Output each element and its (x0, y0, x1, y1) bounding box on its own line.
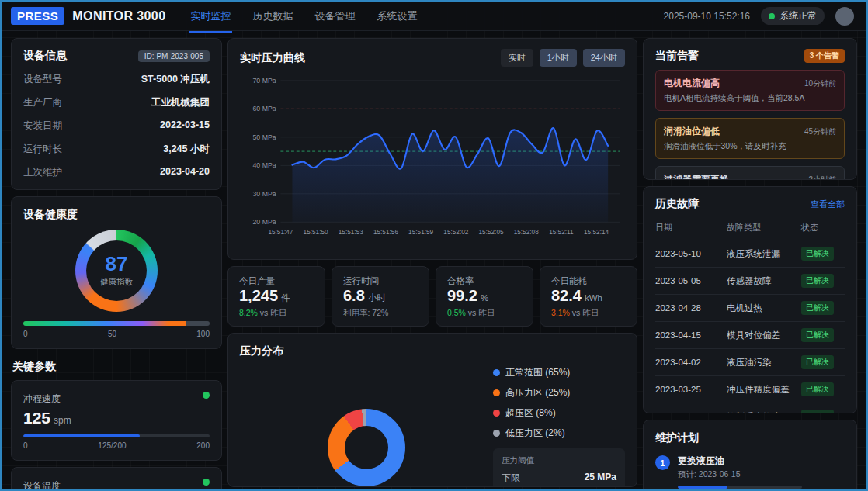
health-card: 设备健康度 87 健康指数 050100 (11, 196, 222, 349)
info-label: 上次维护 (23, 166, 62, 179)
nav-item-3[interactable]: 系统设置 (377, 9, 417, 23)
history-header-row: 日期故障类型状态 (655, 219, 845, 240)
x-axis-label: 15:52:02 (443, 228, 468, 236)
history-status-badge: 已解决 (801, 410, 834, 413)
left-column: 设备信息 ID: PM-2023-005 设备型号 ST-5000 冲压机 生产… (11, 38, 222, 491)
history-row[interactable]: 2023-05-05 传感器故障 已解决 (655, 268, 845, 295)
distribution-title: 压力分布 (240, 344, 283, 357)
health-gauge-wrap: 87 健康指数 (23, 230, 210, 312)
history-status-badge: 已解决 (801, 328, 834, 342)
x-axis-label: 15:51:56 (373, 228, 398, 236)
history-row[interactable]: 2023-04-02 液压油污染 已解决 (655, 349, 845, 376)
key-params-title: 关键参数 (12, 360, 220, 374)
distribution-right: 正常范围 (65%) 高压力区 (25%) 超压区 (8%) 低压力区 (2%)… (493, 366, 625, 487)
health-gradient-bar (23, 321, 210, 326)
health-label: 健康指数 (100, 277, 133, 288)
stat-card: 运行时间 6.8小时 利用率: 72% (332, 266, 429, 327)
history-status-badge: 已解决 (801, 355, 834, 369)
legend-label: 超压区 (8%) (505, 406, 556, 420)
alert-description: 润滑油液位低于30%，请及时补充 (664, 141, 836, 152)
health-scale-tick: 0 (23, 330, 28, 338)
y-axis-label: 50 MPa (253, 133, 276, 141)
info-value: ST-5000 冲压机 (141, 73, 210, 86)
alert-title: 电机电流偏高 (664, 77, 720, 90)
history-column: 日期 (655, 222, 727, 233)
history-row[interactable]: 2023-04-28 电机过热 已解决 (655, 295, 845, 322)
alert-item[interactable]: 过滤器需要更换 2小时前 液压油过滤器已达到使用寿命 (655, 166, 845, 180)
range-button-0[interactable]: 实时 (501, 49, 533, 67)
range-button-1[interactable]: 1小时 (540, 49, 577, 67)
info-label: 安装日期 (23, 119, 62, 133)
legend-label: 低压力区 (2%) (505, 427, 565, 440)
param-min: 0 (23, 441, 28, 450)
alert-time: 2小时前 (808, 175, 836, 180)
clock: 2025-09-10 15:52:16 (664, 11, 750, 22)
stat-subtext: 8.2% vs 昨日 (239, 308, 314, 319)
legend-dot-icon (493, 410, 500, 417)
app-root: PRESS MONITOR 3000 实时监控历史数据设备管理系统设置 2025… (2, 2, 866, 491)
stat-label: 今日产量 (239, 275, 314, 287)
history-row[interactable]: 2023-03-10 控制系统故障 已解决 (655, 403, 845, 413)
history-row[interactable]: 2023-04-15 模具对位偏差 已解决 (655, 322, 845, 349)
key-params-list: 冲程速度 125spm 0 125/200 200 设备温度 42°C 0 42… (11, 380, 222, 491)
pressure-donut-chart (328, 409, 405, 486)
view-all-link[interactable]: 查看全部 (811, 199, 845, 210)
app-title: MONITOR 3000 (72, 9, 165, 23)
stat-value: 1,245件 (239, 287, 314, 305)
pressure-chart-card: 实时压力曲线 实时1小时24小时 70 MPa60 MPa50 MPa40 MP… (227, 38, 637, 260)
avatar[interactable] (835, 7, 854, 26)
donut-zone (240, 366, 493, 487)
y-axis-label: 70 MPa (253, 77, 276, 85)
nav-item-0[interactable]: 实时监控 (190, 9, 231, 23)
history-column: 故障类型 (727, 222, 801, 233)
history-date: 2023-05-10 (655, 249, 727, 258)
threshold-title: 压力阈值 (502, 455, 616, 466)
health-title: 设备健康度 (23, 208, 78, 220)
device-info-row: 设备型号 ST-5000 冲压机 (23, 73, 210, 86)
alert-item[interactable]: 润滑油位偏低 45分钟前 润滑油液位低于30%，请及时补充 (655, 118, 845, 159)
stat-card: 今日产量 1,245件 8.2% vs 昨日 (227, 266, 325, 327)
health-gauge-center: 87 健康指数 (75, 230, 158, 312)
alerts-card: 当前告警 3 个告警 电机电流偏高 10分钟前 电机A相电流持续高于阈值，当前2… (643, 38, 857, 180)
time-range-buttons: 实时1小时24小时 (501, 49, 625, 67)
maintenance-item[interactable]: 1 更换液压油 预计: 2023-06-15 (655, 455, 845, 489)
health-scale: 050100 (23, 330, 210, 338)
history-row[interactable]: 2023-05-10 液压系统泄漏 已解决 (655, 240, 845, 268)
info-value: 2022-03-15 (160, 119, 210, 133)
x-axis-label: 15:51:50 (304, 228, 328, 236)
history-type: 传感器故障 (727, 275, 801, 287)
param-mid: 125/200 (98, 441, 126, 450)
device-info-row: 运行时长 3,245 小时 (23, 143, 210, 156)
legend-item: 正常范围 (65%) (493, 366, 625, 379)
maintenance-item-due: 预计: 2023-06-15 (678, 469, 802, 480)
health-scale-tick: 100 (196, 330, 210, 338)
health-gauge: 87 健康指数 (75, 230, 158, 312)
legend-item: 高压力区 (25%) (493, 386, 625, 399)
y-axis-label: 60 MPa (253, 105, 276, 112)
alert-time: 10分钟前 (804, 78, 836, 89)
history-row[interactable]: 2023-03-25 冲压件精度偏差 已解决 (655, 376, 845, 403)
history-type: 控制系统故障 (727, 411, 801, 414)
history-type: 液压系统泄漏 (727, 248, 801, 260)
x-axis-label: 15:51:53 (339, 228, 363, 236)
nav-item-1[interactable]: 历史数据 (252, 9, 293, 23)
alert-item[interactable]: 电机电流偏高 10分钟前 电机A相电流持续高于阈值，当前28.5A (655, 70, 845, 111)
stat-label: 运行时间 (343, 275, 418, 287)
status-ok-dot-icon (203, 392, 210, 399)
param-scale: 0 125/200 200 (23, 441, 210, 450)
stat-subtext: 0.5% vs 昨日 (447, 308, 522, 319)
history-type: 电机过热 (727, 303, 801, 314)
param-name: 设备温度 (23, 480, 61, 491)
param-value: 125spm (23, 409, 210, 427)
stat-card: 今日能耗 82.4kWh 3.1% vs 昨日 (540, 266, 637, 327)
nav-item-2[interactable]: 设备管理 (314, 9, 355, 23)
info-label: 运行时长 (23, 143, 62, 156)
alerts-title: 当前告警 (655, 49, 699, 63)
device-id-badge: ID: PM-2023-005 (138, 50, 210, 62)
navbar: PRESS MONITOR 3000 实时监控历史数据设备管理系统设置 2025… (2, 2, 866, 31)
range-button-2[interactable]: 24小时 (583, 49, 625, 67)
param-max: 200 (196, 441, 210, 450)
threshold-value: 25 MPa (585, 472, 616, 485)
alert-title: 过滤器需要更换 (664, 173, 729, 180)
alert-time: 45分钟前 (804, 126, 836, 137)
